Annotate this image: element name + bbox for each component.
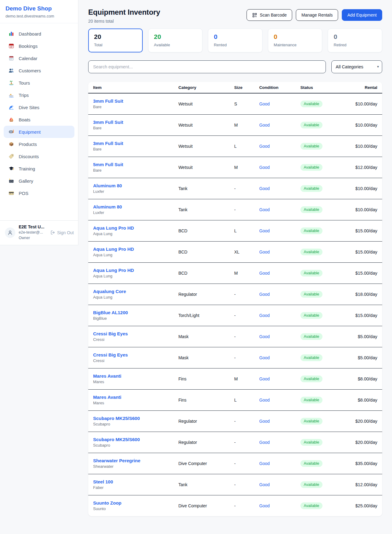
- table-row: 5mm Full Suit Bare Wetsuit M Good Availa…: [88, 157, 382, 178]
- item-name-link[interactable]: Cressi Big Eyes: [93, 352, 168, 357]
- column-header-rental: Rental: [340, 82, 382, 93]
- add-equipment-button[interactable]: Add Equipment: [342, 9, 382, 21]
- sidebar-item-tours[interactable]: Tours: [4, 77, 74, 89]
- item-name-link[interactable]: Aqua Lung Pro HD: [93, 268, 168, 273]
- status-badge: Available: [300, 227, 323, 234]
- stat-card-total[interactable]: 20 Total: [88, 29, 143, 52]
- condition-link[interactable]: Good: [259, 101, 270, 106]
- item-name-link[interactable]: Mares Avanti: [93, 395, 168, 400]
- item-cell: BigBlue AL1200 BigBlue: [88, 305, 173, 326]
- sailboat-icon: [9, 117, 14, 122]
- search-input[interactable]: [88, 60, 326, 73]
- equipment-table: Item Category Size Condition Status Rent…: [88, 82, 382, 516]
- sidebar-item-dive-sites[interactable]: Dive Sites: [4, 101, 74, 113]
- sidebar-item-training[interactable]: Training: [4, 162, 74, 175]
- table-row: Mares Avanti Mares Fins M Good Available…: [88, 368, 382, 389]
- condition-link[interactable]: Good: [259, 419, 270, 424]
- item-cell: 3mm Full Suit Bare: [88, 114, 173, 135]
- condition-link[interactable]: Good: [259, 355, 270, 360]
- condition-cell: Good: [254, 157, 295, 178]
- condition-link[interactable]: Good: [259, 165, 270, 170]
- item-brand: Suunto: [93, 506, 168, 511]
- item-brand: Cressi: [93, 337, 168, 342]
- add-equipment-label: Add Equipment: [347, 13, 377, 17]
- condition-link[interactable]: Good: [259, 376, 270, 381]
- sidebar-item-dashboard[interactable]: Dashboard: [4, 28, 74, 40]
- stat-card-rented[interactable]: 0 Rented: [208, 29, 262, 52]
- item-name-link[interactable]: 3mm Full Suit: [93, 141, 168, 146]
- status-badge: Available: [300, 439, 323, 446]
- item-name-link[interactable]: Scubapro MK25/S600: [93, 437, 168, 442]
- item-name-link[interactable]: Aqualung Core: [93, 289, 168, 294]
- sidebar-item-trips[interactable]: Trips: [4, 89, 74, 101]
- status-cell: Available: [296, 474, 340, 495]
- item-name-link[interactable]: BigBlue AL1200: [93, 310, 168, 315]
- condition-link[interactable]: Good: [259, 313, 270, 318]
- condition-link[interactable]: Good: [259, 292, 270, 297]
- item-name-link[interactable]: Mares Avanti: [93, 373, 168, 379]
- sidebar-item-calendar[interactable]: Calendar: [4, 52, 74, 64]
- column-header-category: Category: [173, 82, 229, 93]
- item-name-link[interactable]: Shearwater Peregrine: [93, 458, 168, 463]
- item-name-link[interactable]: Aqua Lung Pro HD: [93, 246, 168, 252]
- sidebar-item-discounts[interactable]: Discounts: [4, 150, 74, 162]
- status-cell: Available: [296, 389, 340, 410]
- size-cell: -: [229, 410, 254, 432]
- condition-link[interactable]: Good: [259, 482, 270, 487]
- sidebar-item-boats[interactable]: Boats: [4, 113, 74, 126]
- size-cell: -: [229, 305, 254, 326]
- table-header-row: Item Category Size Condition Status Rent…: [88, 82, 382, 93]
- item-name-link[interactable]: Cressi Big Eyes: [93, 331, 168, 336]
- condition-link[interactable]: Good: [259, 250, 270, 254]
- table-row: Cressi Big Eyes Cressi Mask - Good Avail…: [88, 347, 382, 368]
- table-row: Cressi Big Eyes Cressi Mask - Good Avail…: [88, 326, 382, 347]
- category-cell: Tank: [173, 178, 229, 199]
- sidebar-item-gallery[interactable]: Gallery: [4, 175, 74, 187]
- condition-link[interactable]: Good: [259, 461, 270, 466]
- condition-link[interactable]: Good: [259, 207, 270, 212]
- sidebar-item-bookings[interactable]: 17 Bookings: [4, 40, 74, 52]
- condition-link[interactable]: Good: [259, 334, 270, 339]
- condition-link[interactable]: Good: [259, 398, 270, 402]
- condition-link[interactable]: Good: [259, 144, 270, 149]
- sidebar-item-pos[interactable]: POS: [4, 187, 74, 199]
- item-name-link[interactable]: 5mm Full Suit: [93, 162, 168, 167]
- item-name-link[interactable]: Aluminum 80: [93, 204, 168, 209]
- sidebar-item-products[interactable]: Products: [4, 138, 74, 150]
- condition-link[interactable]: Good: [259, 228, 270, 233]
- item-name-link[interactable]: Suunto Zoop: [93, 500, 168, 505]
- sidebar-item-label: Gallery: [19, 178, 33, 184]
- sidebar-item-equipment[interactable]: Equipment: [4, 126, 74, 138]
- size-cell: M: [229, 157, 254, 178]
- item-cell: Suunto Zoop Suunto: [88, 495, 173, 516]
- scan-barcode-button[interactable]: Scan Barcode: [247, 9, 292, 21]
- condition-link[interactable]: Good: [259, 503, 270, 508]
- item-name-link[interactable]: Steel 100: [93, 479, 168, 484]
- manage-rentals-button[interactable]: Manage Rentals: [296, 9, 338, 21]
- status-cell: Available: [296, 453, 340, 474]
- sidebar-item-customers[interactable]: Customers: [4, 64, 74, 77]
- rental-cell: $25.00/day: [340, 495, 382, 516]
- item-name-link[interactable]: 3mm Full Suit: [93, 120, 168, 125]
- item-name-link[interactable]: 3mm Full Suit: [93, 98, 168, 104]
- sign-out-button[interactable]: Sign Out: [50, 230, 74, 235]
- sidebar-item-label: POS: [19, 191, 28, 196]
- condition-link[interactable]: Good: [259, 440, 270, 445]
- condition-link[interactable]: Good: [259, 271, 270, 276]
- stat-card-maintenance[interactable]: 0 Maintenance: [268, 29, 322, 52]
- item-name-link[interactable]: Aluminum 80: [93, 183, 168, 188]
- item-cell: Scubapro MK25/S600 Scubapro: [88, 410, 173, 432]
- status-cell: Available: [296, 220, 340, 241]
- condition-link[interactable]: Good: [259, 123, 270, 128]
- stat-card-retired[interactable]: 0 Retired: [328, 29, 382, 52]
- item-name-link[interactable]: Scubapro MK25/S600: [93, 416, 168, 421]
- size-cell: S: [229, 93, 254, 114]
- item-name-link[interactable]: Aqua Lung Pro HD: [93, 225, 168, 231]
- condition-link[interactable]: Good: [259, 186, 270, 191]
- sidebar-item-label: Discounts: [19, 154, 39, 159]
- stat-card-available[interactable]: 20 Available: [148, 29, 203, 52]
- user-email: e2e-tester@...: [19, 230, 47, 235]
- item-brand: Scubapro: [93, 422, 168, 426]
- page-title: Equipment Inventory: [88, 8, 160, 17]
- category-select[interactable]: All Categories: [331, 60, 382, 73]
